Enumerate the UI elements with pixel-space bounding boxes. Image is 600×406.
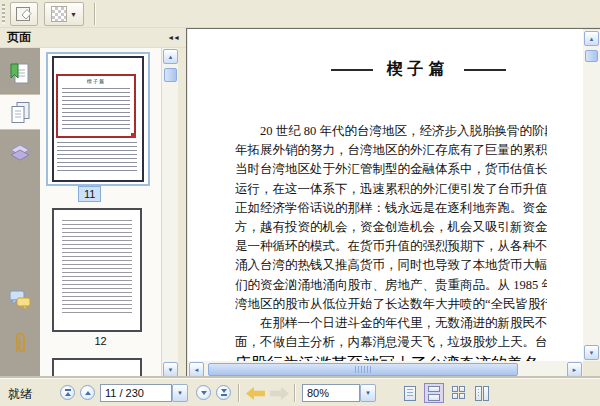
page-dropdown-button[interactable]: ▼ — [172, 384, 188, 402]
single-page-layout-button[interactable] — [400, 383, 420, 403]
text-line: 20 世纪 80 年代的台湾地区，经济步入脱胎换骨的阶段，由于多 — [235, 122, 547, 141]
text-line: 在那样一个日进斗金的年代里，无数涌进的新股民不关心基本 — [235, 314, 547, 333]
collapse-panel-icon[interactable]: ◄◄ — [167, 34, 179, 41]
first-page-button[interactable] — [60, 385, 75, 400]
single-page-icon — [404, 386, 416, 401]
thumbnail-panel: 楔子篇 11 12 — [40, 48, 161, 378]
page-number-input[interactable] — [100, 384, 172, 402]
view-rect-resize-handle[interactable] — [131, 133, 136, 138]
scroll-left-button[interactable]: ◄ — [189, 362, 204, 377]
text-line: 面，不做自主分析，内幕消息漫天飞，垃圾股炒上天。台湾地区的 — [235, 333, 547, 352]
toolbar: ▼ — [0, 0, 600, 28]
thumbnail-label-11[interactable]: 11 — [78, 186, 101, 202]
document-page: 楔子篇 20 世纪 80 年代的台湾地区，经济步入脱胎换骨的阶段，由于多 年拓展… — [188, 29, 583, 361]
pattern-fill-icon — [51, 6, 67, 22]
thumbnail-scrollbar[interactable]: ▲ ▼ — [161, 48, 178, 378]
zoom-level-input[interactable] — [302, 384, 360, 402]
text-line: 是一种循环的模式。在货币升值的强烈预期下，从各种不同的渠道 — [235, 237, 547, 256]
last-page-button[interactable] — [216, 385, 231, 400]
document-viewport: 楔子篇 20 世纪 80 年代的台湾地区，经济步入脱胎换骨的阶段，由于多 年拓展… — [186, 28, 600, 378]
scroll-up-button[interactable]: ▲ — [163, 49, 178, 64]
tab-bookmarks[interactable] — [0, 56, 40, 92]
scrollbar-thumb[interactable] — [164, 68, 177, 82]
text-line: 湾地区的股市从低位开始了长达数年大井喷的“全民皆股行情”。 — [235, 295, 547, 314]
continuous-facing-icon — [475, 386, 489, 401]
tab-layers[interactable] — [0, 134, 40, 170]
pages-icon — [7, 99, 33, 125]
status-text: 就绪 — [8, 386, 32, 403]
comment-icon — [7, 286, 33, 312]
scroll-right-button[interactable]: ► — [567, 362, 582, 377]
vertical-scrollbar[interactable]: ▲ ▼ — [583, 30, 600, 361]
text-line: 正如经济学俗话说的那样：钱永远是在逐利地奔跑。资金越多的地 — [235, 199, 547, 218]
text-line: 们的资金汹涌地涌向股市、房地产、贵重商品。从 1985 年起，台 — [235, 276, 547, 295]
title-dash-left — [331, 69, 373, 71]
pattern-fill-button[interactable]: ▼ — [44, 2, 84, 26]
panel-header: 页面 ◄◄ — [0, 28, 186, 48]
toolbar-separator — [94, 3, 96, 25]
toolbar-grip-handle[interactable] — [2, 4, 5, 24]
tab-attachments[interactable] — [0, 324, 40, 360]
chapter-title-row: 楔子篇 — [268, 59, 568, 80]
text-line: 运行，在这一体系下，迅速累积的外汇便引发了台币升值的反应。 — [235, 180, 547, 199]
scroll-up-button[interactable]: ▲ — [584, 31, 599, 46]
text-line: 当时台湾地区处于外汇管制型的金融体系中，货币估值长期在低位 — [235, 160, 547, 179]
title-dash-right — [464, 69, 506, 71]
thumbnail-page-12[interactable] — [52, 208, 142, 332]
scrollbar-thumb[interactable] — [585, 50, 598, 62]
scrollbar-thumb[interactable] — [208, 363, 518, 376]
thumbnail-text-lines — [57, 142, 137, 172]
thumbnail-text-lines — [62, 88, 130, 132]
previous-page-button[interactable] — [80, 385, 95, 400]
scrollbar-grip — [355, 366, 371, 373]
zoom-dropdown-button[interactable]: ▼ — [360, 384, 376, 402]
scroll-down-button[interactable]: ▼ — [163, 362, 178, 377]
panel-title: 页面 — [7, 29, 31, 46]
go-forward-button[interactable] — [270, 387, 289, 400]
thumbnail-page-13-partial[interactable] — [52, 358, 142, 378]
text-line: 方，越有投资的机会，资金创造机会，机会又吸引新资金进场，这 — [235, 218, 547, 237]
thumbnail-page-11[interactable]: 楔子篇 — [46, 52, 150, 186]
bookmark-icon — [7, 61, 33, 87]
text-line-clipped: 庄股行为泛滥甚至被冠上了台湾奇迹的美名，美洲银行、宝 — [235, 354, 547, 361]
paperclip-icon — [7, 329, 33, 355]
thumbnail-page-image[interactable]: 楔子篇 — [52, 56, 144, 182]
continuous-layout-icon — [428, 386, 440, 401]
tab-comments[interactable] — [0, 281, 40, 317]
text-line: 涌入台湾的热钱又推高货币，同时也导致了本地货币大幅泛滥。人 — [235, 256, 547, 275]
thumbnail-label-12[interactable]: 12 — [40, 335, 161, 347]
facing-layout-button[interactable] — [448, 383, 468, 403]
facing-layout-icon — [452, 386, 465, 400]
next-page-button[interactable] — [196, 385, 211, 400]
scroll-down-button[interactable]: ▼ — [584, 345, 599, 360]
document-text: 20 世纪 80 年代的台湾地区，经济步入脱胎换骨的阶段，由于多 年拓展外销的努… — [235, 122, 547, 352]
status-bar: 就绪 ▼ ▼ — [0, 378, 600, 406]
view-area-rectangle[interactable]: 楔子篇 — [56, 74, 136, 138]
snapshot-icon — [14, 4, 34, 24]
thumbnail-text-lines — [62, 220, 132, 316]
tab-pages[interactable] — [0, 94, 40, 130]
go-back-button[interactable] — [246, 387, 265, 400]
dropdown-arrow-icon[interactable]: ▼ — [70, 11, 77, 18]
scrollbar-corner — [583, 361, 600, 379]
continuous-facing-layout-button[interactable] — [472, 383, 492, 403]
layers-icon — [7, 139, 33, 165]
chapter-title: 楔子篇 — [387, 59, 450, 80]
panel-splitter[interactable] — [178, 48, 186, 378]
statusbar-separator — [238, 384, 240, 402]
thumbnail-mini-title: 楔子篇 — [58, 78, 134, 84]
sidebar-tab-strip — [0, 48, 40, 378]
statusbar-separator — [294, 384, 296, 402]
text-line: 年拓展外销的努力，台湾地区的外汇存底有了巨量的累积。但是， — [235, 141, 547, 160]
horizontal-scrollbar[interactable]: ◄ ► — [188, 361, 583, 378]
continuous-layout-button[interactable] — [424, 383, 444, 403]
snapshot-tool-button[interactable] — [10, 2, 38, 26]
